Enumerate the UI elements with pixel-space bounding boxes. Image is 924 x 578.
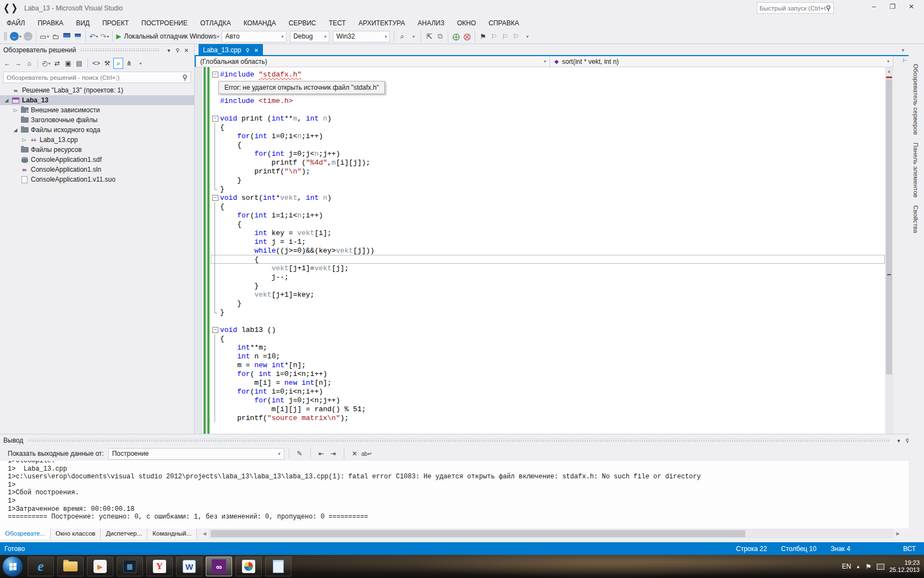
menu-item-6[interactable]: ОТЛАДКА [200,19,231,27]
menu-item-4[interactable]: ПРОЕКТ [102,19,129,27]
show-all-files-icon[interactable]: ▤ [74,58,84,69]
restore-button[interactable]: ❐ [883,0,902,13]
bottom-tab-3[interactable]: Диспетчер... [101,528,147,539]
taskbar-icon-word[interactable]: W [176,557,202,576]
tree-item[interactable]: ∞ConsoleApplication1.sln [0,165,194,175]
preview-selected-icon[interactable]: ⌕ [113,58,123,69]
panel-grip[interactable] [80,48,160,52]
pin-icon[interactable]: ⚲︎ [245,47,249,53]
taskbar-icon-internet-explorer[interactable]: e [28,557,54,576]
taskbar-icon-paint[interactable] [235,557,262,576]
taskbar-icon-windows-explorer[interactable] [57,557,84,576]
output-text[interactable]: 1>ClCompile:1> Laba_13.cpp1>c:\users\ero… [0,461,915,528]
toolbar-grip[interactable] [4,32,7,41]
taskbar-icon-media-player[interactable]: ▶ [87,557,113,576]
menu-item-8[interactable]: СЕРВИС [289,19,316,27]
code-line-27[interactable]: } [211,299,885,308]
code-line-17[interactable]: for(int i=1;i<n;i++) [211,211,885,220]
tree-item[interactable]: ConsoleApplication1.sdf [0,155,194,165]
code-line-24[interactable]: j--; [211,272,885,281]
taskbar-icon-yandex-browser[interactable]: Y [146,557,173,576]
code-line-40[interactable]: printf("source matrix\n"); [211,413,885,422]
find-in-files-button[interactable]: ⌕ [397,30,408,42]
back-icon[interactable]: ← [2,58,12,69]
start-button[interactable] [2,556,23,577]
view-code-icon[interactable]: <> [91,58,101,69]
tree-item[interactable]: ConsoleApplication1.v11.suo [0,175,194,184]
code-line-21[interactable]: while((j>=0)&&(key>vekt[j])) [211,246,885,255]
scope-dropdown[interactable]: (Глобальная область) ▾ [196,56,550,67]
minimize-button[interactable]: – [865,0,883,13]
code-line-8[interactable]: for(int i=0;i<n;i++) [211,132,885,140]
member-dropdown[interactable]: ◆ sort(int * vekt, int n) ▾ [550,56,893,67]
next-bookmark-button[interactable]: ⚐ [499,30,510,42]
tray-expand-icon[interactable]: ▲ [856,564,860,569]
clear-all-icon[interactable]: ✕ [349,448,361,459]
menu-item-5[interactable]: ПОСТРОЕНИЕ [141,19,188,27]
scroll-thumb[interactable] [886,79,892,374]
code-line-30[interactable]: void lab13 () [211,325,885,334]
menu-item-2[interactable]: ПРАВКА [37,19,63,27]
undo-button[interactable]: ↶▾ [88,30,99,42]
expander-icon[interactable]: ▷ [20,137,29,143]
menu-item-1[interactable]: ФАЙЛ [7,19,25,27]
find-message-icon[interactable]: ✎ [294,448,306,459]
taskbar-icon-app[interactable]: ▩ [117,557,143,576]
expander-icon[interactable]: ◢ [11,127,20,133]
splitter-icon[interactable]: ⊢ [903,57,908,63]
menu-item-9[interactable]: ТЕСТ [329,19,346,27]
tool-tab-свойства[interactable]: Свойства [912,205,919,233]
save-all-button[interactable] [72,30,83,42]
word-wrap-icon[interactable]: ab↵ [361,448,373,459]
taskbar-icon-visual-studio[interactable]: ∞ [206,557,232,576]
network-icon[interactable] [877,564,884,570]
menu-item-12[interactable]: ОКНО [457,19,476,27]
bottom-tab-1[interactable]: Обозревате... [0,528,51,539]
tree-item[interactable]: ∞Решение "Laba_13" (проектов: 1) [0,85,194,95]
se-overflow-icon[interactable]: ▾ [135,58,145,69]
code-line-36[interactable]: m[i] = new int[n]; [211,378,885,387]
code-editor[interactable]: #include "stdafx.h"#include <time.h>void… [195,67,893,466]
tree-item[interactable]: Заголовочные файлы [0,115,194,125]
document-list-icon[interactable]: ▾ [901,47,904,53]
bottom-tab-4[interactable]: Командный... [147,528,197,539]
tree-item[interactable]: ◢Файлы исходного кода [0,125,194,135]
code-line-4[interactable]: #include <time.h> [211,96,885,105]
output-source-dropdown[interactable]: Построение ▾ [108,448,284,460]
code-text[interactable]: #include "stdafx.h"#include <time.h>void… [211,67,885,466]
menu-item-10[interactable]: АРХИТЕКТУРА [359,19,405,27]
clear-bookmarks-button[interactable]: ⚐ [510,30,521,42]
code-line-18[interactable]: { [211,220,885,228]
code-line-37[interactable]: for(int i=0;i<n;i++) [211,387,885,396]
code-line-31[interactable]: { [211,334,885,343]
code-line-35[interactable]: for( int i=0;i<n;i++) [211,369,885,378]
tree-item[interactable]: ◢Laba_13 [0,95,194,105]
remove-comment-button[interactable]: ⨂ [461,30,472,42]
output-horizontal-scrollbar[interactable] [208,529,894,538]
code-line-25[interactable]: } [211,281,885,290]
expander-icon[interactable]: ▷ [11,107,20,113]
panel-grip[interactable] [28,439,890,443]
code-line-10[interactable]: for(int j=0;j<n;j++) [211,149,885,158]
close-icon[interactable]: ✕ [182,47,191,53]
fold-collapse-icon[interactable] [211,193,220,202]
scroll-left-icon[interactable]: ◀ [200,531,208,536]
solution-search-input[interactable]: Обозреватель решений - поиск (Ctrl+;) ⚲ [3,72,191,83]
indicator-margin[interactable] [195,67,202,466]
auto-combo[interactable]: Авто▾ [222,31,287,42]
fold-collapse-icon[interactable] [211,325,220,334]
tree-item[interactable]: Файлы ресурсов [0,145,194,155]
tab-laba13cpp[interactable]: Laba_13.cpp ⚲︎ ✕ [199,44,263,56]
code-line-16[interactable]: { [211,202,885,211]
code-line-1[interactable]: #include "stdafx.h" [211,70,885,79]
code-line-5[interactable] [211,105,885,114]
panel-menu-icon[interactable]: ▾ [894,438,903,444]
navigate-back-button[interactable]: ←▾ [9,30,23,42]
code-line-11[interactable]: printf ("%4d",m[i][j]); [211,158,885,167]
forward-icon[interactable]: → [13,58,23,69]
navigate-forward-button[interactable]: → [23,30,34,42]
code-line-13[interactable]: } [211,176,885,184]
bottom-tab-2[interactable]: Окно классов [51,528,101,539]
tool-tab-панель-элементов[interactable]: Панель элементов [912,143,919,198]
prev-message-icon[interactable]: ⇤ [315,448,327,459]
